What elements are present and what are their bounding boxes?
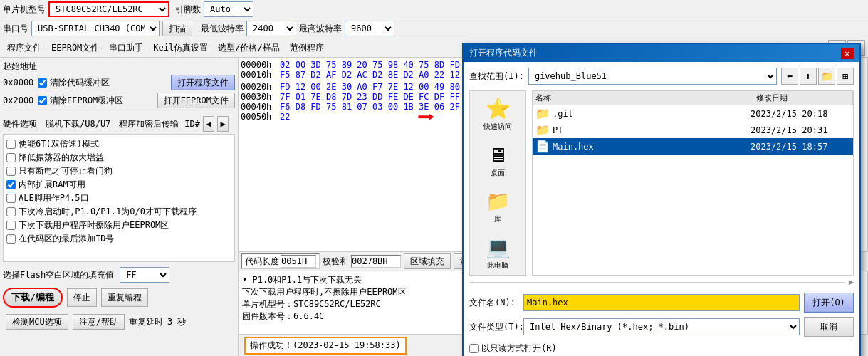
scan-button[interactable]: 扫描 bbox=[162, 21, 192, 36]
stop-button[interactable]: 停止 bbox=[67, 288, 97, 307]
menu-serial-helper[interactable]: 串口助手 bbox=[105, 41, 147, 56]
detect-mcu-button[interactable]: 检测MCU选项 bbox=[6, 314, 68, 330]
addr-row-0000: 0x0000 清除代码缓冲区 打开程序文件 bbox=[3, 75, 235, 90]
reprogram-button[interactable]: 重复编程 bbox=[101, 288, 148, 307]
desktop-icon: 🖥 bbox=[488, 143, 508, 167]
col-name: 名称 bbox=[533, 91, 753, 105]
encrypt-label: 程序加密后传输 bbox=[119, 118, 179, 130]
addr-2000: 0x2000 bbox=[3, 95, 35, 105]
file-open-dialog: 打开程序代码文件 × 查找范围(I): givehub_Blue51 ⬅ ⬆ 📁… bbox=[462, 43, 861, 356]
readonly-checkbox[interactable] bbox=[469, 344, 479, 353]
arrow-indicator: ➡ bbox=[417, 105, 435, 129]
file-date-1: 2023/2/15 20:31 bbox=[751, 125, 850, 135]
file-icon-2: 📄 bbox=[535, 140, 553, 153]
computer-label: 此电脑 bbox=[487, 261, 508, 271]
sidebar-library[interactable]: 📁 库 bbox=[472, 187, 523, 227]
dialog-look-row: 查找范围(I): givehub_Blue51 ⬅ ⬆ 📁 ⊞ bbox=[469, 68, 854, 85]
download-button[interactable]: 下载/编程 bbox=[3, 288, 63, 308]
flash-value-select[interactable]: FF bbox=[120, 267, 169, 283]
check-row-4: ALE脚用作P4.5口 bbox=[6, 192, 231, 205]
start-addr-label: 起始地址 bbox=[3, 61, 37, 73]
library-label: 库 bbox=[494, 214, 501, 224]
file-name-2: Main.hex bbox=[553, 142, 751, 152]
hex-addr-3: 00030h bbox=[241, 92, 280, 102]
check-2[interactable] bbox=[6, 167, 16, 176]
hardware-row: 硬件选项 脱机下载/U8/U7 程序加密后传输 ID# ◀ ▶ bbox=[3, 116, 235, 132]
check-row-1: 降低振荡器的放大增益 bbox=[6, 151, 231, 164]
sidebar-desktop[interactable]: 🖥 桌面 bbox=[472, 140, 523, 181]
filetype-select[interactable]: Intel Hex/Binary (*.hex; *.bin) bbox=[523, 318, 800, 335]
clear-code-label: 清除代码缓冲区 bbox=[50, 77, 110, 89]
fill-button[interactable]: 区域填充 bbox=[404, 253, 451, 269]
nav-view-btn[interactable]: ⊞ bbox=[837, 68, 854, 85]
check-label-0: 使能6T(双倍速)模式 bbox=[19, 138, 99, 150]
file-row-2[interactable]: 📄 Main.hex 2023/2/15 18:57 bbox=[533, 138, 853, 155]
hex-addr-2: 00020h bbox=[241, 82, 280, 92]
code-length-input[interactable] bbox=[281, 255, 316, 268]
quick-access-label: 快速访问 bbox=[483, 122, 512, 132]
pins-select[interactable]: Auto bbox=[204, 1, 253, 17]
menu-program-file[interactable]: 程序文件 bbox=[3, 41, 46, 56]
check-6[interactable] bbox=[6, 221, 16, 230]
file-row-1[interactable]: 📁 PT 2023/2/15 20:31 bbox=[533, 122, 853, 138]
left-panel: 起始地址 0x0000 清除代码缓冲区 打开程序文件 0x2000 清除EEPR… bbox=[0, 58, 239, 356]
baud-min-select[interactable]: 2400 bbox=[246, 21, 296, 36]
clear-code-check[interactable] bbox=[38, 78, 47, 88]
nav-back-btn[interactable]: ⬅ bbox=[781, 68, 798, 85]
check-row-0: 使能6T(双倍速)模式 bbox=[6, 137, 231, 151]
check-row-5: 下次冷启动时,P1.0/P1.1为0/0才可下载程序 bbox=[6, 205, 231, 219]
cancel-button[interactable]: 取消 bbox=[804, 317, 854, 337]
baud-max-select[interactable]: 9600 bbox=[345, 21, 394, 36]
sidebar-computer[interactable]: 💻 此电脑 bbox=[472, 233, 523, 273]
look-label: 查找范围(I): bbox=[469, 70, 524, 83]
open-file-button[interactable]: 打开(O) bbox=[804, 293, 854, 313]
menu-examples[interactable]: 范例程序 bbox=[286, 41, 328, 56]
detect-row: 检测MCU选项 注意/帮助 重复延时 3 秒 bbox=[3, 313, 235, 331]
col-date: 修改日期 bbox=[753, 91, 853, 105]
check-1[interactable] bbox=[6, 153, 16, 162]
nav-up-btn[interactable]: ⬆ bbox=[800, 68, 817, 85]
start-address-section: 起始地址 bbox=[3, 61, 235, 73]
mcu-label: 单片机型号 bbox=[3, 4, 46, 16]
delay-value: 3 秒 bbox=[167, 316, 186, 328]
check-0[interactable] bbox=[6, 140, 16, 149]
check-4[interactable] bbox=[6, 194, 16, 203]
mcu-select[interactable]: STC89C52RC/LE52RC bbox=[48, 1, 169, 17]
filename-input[interactable] bbox=[523, 294, 800, 311]
code-length-box: 代码长度 bbox=[241, 253, 320, 269]
sidebar-quick-access[interactable]: ⭐ 快速访问 bbox=[472, 94, 523, 135]
top-toolbar: 单片机型号 STC89C52RC/LE52RC 引脚数 Auto bbox=[0, 0, 868, 19]
menu-selection[interactable]: 选型/价格/样品 bbox=[214, 41, 283, 56]
nav-new-folder-btn[interactable]: 📁 bbox=[818, 68, 835, 85]
readonly-row: 以只读方式打开(R) bbox=[469, 342, 854, 355]
hex-addr-1: 00010h bbox=[241, 70, 280, 82]
help-button[interactable]: 注意/帮助 bbox=[73, 314, 125, 330]
hex-addr-5: 00050h bbox=[241, 112, 280, 122]
file-date-0: 2023/2/15 20:18 bbox=[751, 109, 850, 119]
clear-eeprom-check[interactable] bbox=[38, 96, 47, 105]
open-prog-button[interactable]: 打开程序文件 bbox=[171, 75, 235, 90]
filename-label: 文件名(N): bbox=[469, 297, 519, 309]
dialog-bottom: 文件名(N): 打开(O) 文件类型(T): Intel Hex/Binary … bbox=[469, 293, 854, 355]
check-7[interactable] bbox=[6, 234, 16, 244]
check-label-3: 内部扩展RAM可用 bbox=[19, 179, 85, 191]
hex-addr-4: 00040h bbox=[241, 102, 280, 112]
check-5[interactable] bbox=[6, 207, 16, 216]
menu-keil-sim[interactable]: Keil仿真设置 bbox=[149, 41, 212, 56]
check-label-2: 只有断电才可停止看门狗 bbox=[19, 165, 113, 177]
port-select[interactable]: USB-SERIAL CH340 (COM13) bbox=[31, 21, 160, 36]
check-3[interactable] bbox=[6, 180, 16, 189]
library-icon: 📁 bbox=[486, 189, 511, 213]
port-toolbar: 串口号 USB-SERIAL CH340 (COM13) 扫描 最低波特率 24… bbox=[0, 19, 868, 38]
checksum-input[interactable] bbox=[351, 255, 401, 268]
download-label: 脱机下载/U8/U7 bbox=[46, 118, 110, 130]
open-eeprom-button[interactable]: 打开EEPROM文件 bbox=[157, 93, 235, 108]
dialog-nav-buttons: ⬅ ⬆ 📁 ⊞ bbox=[781, 68, 854, 85]
menu-eeprom-file[interactable]: EEPROM文件 bbox=[47, 41, 103, 56]
hw-nav-prev[interactable]: ◀ bbox=[203, 116, 214, 132]
pins-label: 引脚数 bbox=[175, 4, 201, 16]
dialog-close-button[interactable]: × bbox=[841, 48, 854, 59]
path-combo[interactable]: givehub_Blue51 bbox=[528, 68, 777, 85]
file-row-0[interactable]: 📁 .git 2023/2/15 20:18 bbox=[533, 105, 853, 122]
hw-nav-next[interactable]: ▶ bbox=[217, 116, 229, 132]
